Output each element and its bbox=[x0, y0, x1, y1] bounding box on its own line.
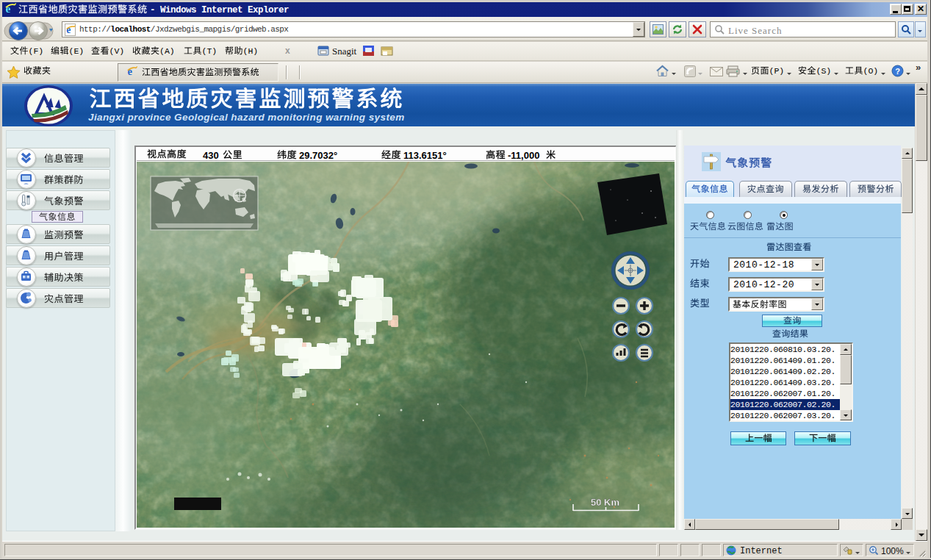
svg-text:?: ? bbox=[895, 67, 900, 76]
svg-text:50 Km: 50 Km bbox=[591, 497, 619, 508]
